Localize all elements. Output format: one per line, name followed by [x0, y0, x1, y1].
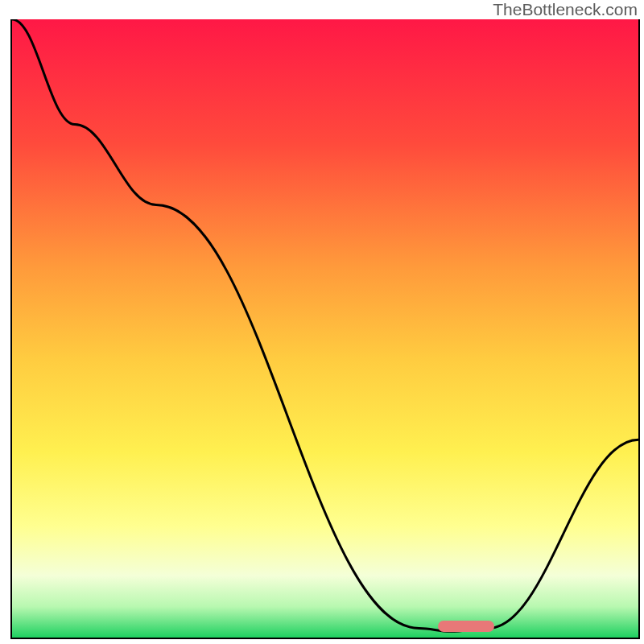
- chart-container: TheBottleneck.com: [0, 0, 644, 644]
- watermark-text: TheBottleneck.com: [493, 0, 638, 19]
- plot-area: [10, 19, 640, 639]
- optimal-range-marker: [438, 621, 494, 632]
- bottleneck-curve: [12, 19, 638, 638]
